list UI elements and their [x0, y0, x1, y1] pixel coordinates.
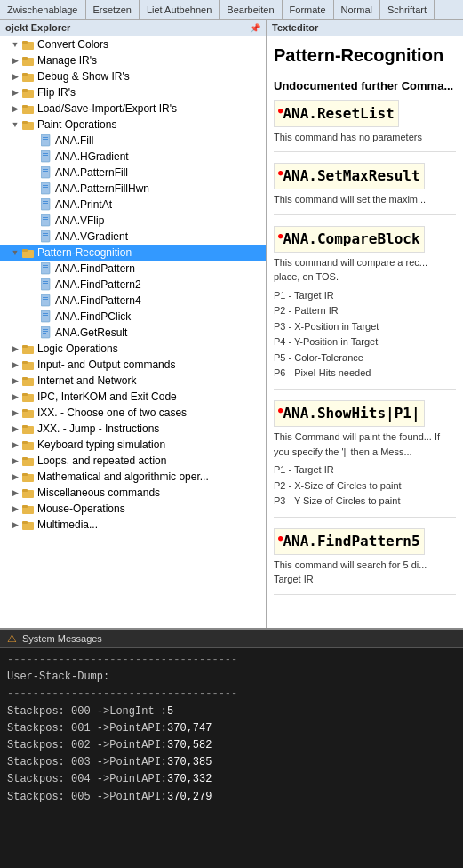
ana-getresult-expander[interactable]	[27, 326, 39, 339]
toolbar-ersetzen[interactable]: Ersetzen	[86, 0, 140, 19]
ana-fill-expander[interactable]	[27, 134, 39, 147]
tree-item-input-output[interactable]: ▶Input- and Output commands	[0, 357, 266, 373]
input-output-expander[interactable]: ▶	[9, 358, 21, 371]
loops-repeated-expander[interactable]: ▶	[9, 454, 21, 467]
paint-operations-expander[interactable]: ▼	[9, 118, 21, 131]
flip-irs-expander[interactable]: ▶	[9, 86, 21, 99]
ana-patternfillhwn-expander[interactable]	[27, 182, 39, 195]
svg-rect-54	[41, 310, 50, 322]
tree-item-ana-patternfill[interactable]: ANA.PatternFill	[0, 165, 266, 181]
toolbar-schriftart[interactable]: Schriftart	[380, 0, 435, 19]
ana-printat-expander[interactable]	[27, 198, 39, 211]
svg-rect-65	[22, 361, 28, 364]
tree-item-multimedia[interactable]: ▶Multimedia...	[0, 517, 266, 533]
tree-item-ana-findpattern2[interactable]: ANA.FindPattern2	[0, 277, 266, 293]
load-save-expander[interactable]: ▶	[9, 102, 21, 115]
tree-item-mouse-operations[interactable]: ▶Mouse-Operations	[0, 501, 266, 517]
cmd-name-reset-list: ●ANA.ResetList	[274, 100, 456, 130]
convert-colors-expander[interactable]: ▼	[9, 38, 21, 51]
svg-rect-46	[41, 278, 50, 290]
toolbar-normal[interactable]: Normal	[334, 0, 380, 19]
tree-item-ana-fill[interactable]: ANA.Fill	[0, 133, 266, 149]
toolbar-label-2: Liet Autbehnen	[147, 4, 212, 15]
toolbar-zwischenablage[interactable]: Zwischenablage	[0, 0, 86, 19]
tree-item-ana-vgradient[interactable]: ANA.VGradient	[0, 229, 266, 245]
divider-3	[274, 517, 456, 518]
svg-rect-25	[43, 185, 48, 186]
ana-findpattern2-expander[interactable]	[27, 278, 39, 291]
toolbar-bearbeiten[interactable]: Bearbeiten	[220, 0, 282, 19]
ana-findpattern4-expander[interactable]	[27, 294, 39, 307]
paint-operations-label: Paint Operations	[37, 118, 116, 131]
internet-network-expander[interactable]: ▶	[9, 374, 21, 387]
svg-rect-47	[43, 281, 48, 282]
ana-findpclick-expander[interactable]	[27, 310, 39, 323]
tree-item-ipc-interkom[interactable]: ▶IPC, InterKOM and Exit Code	[0, 389, 266, 405]
ana-hgradient-expander[interactable]	[27, 150, 39, 163]
toolbar-liet[interactable]: Liet Autbehnen	[140, 0, 220, 19]
mouse-operations-expander[interactable]: ▶	[9, 502, 21, 515]
svg-rect-17	[43, 153, 48, 154]
tree-item-ana-vflip[interactable]: ANA.VFlip	[0, 213, 266, 229]
tree-item-pattern-recognition[interactable]: ▼Pattern-Recognition	[0, 245, 266, 261]
tree-item-ana-findpattern[interactable]: ANA.FindPattern	[0, 261, 266, 277]
svg-rect-35	[43, 221, 46, 221]
jxx-jump-expander[interactable]: ▶	[9, 422, 21, 435]
console-content[interactable]: ------------------------------------User…	[0, 648, 463, 868]
svg-rect-55	[43, 313, 48, 314]
svg-rect-63	[22, 345, 28, 348]
logic-operations-expander[interactable]: ▶	[9, 342, 21, 355]
tree-area[interactable]: ▼Convert Colors▶Manage IR's▶Debug & Show…	[0, 36, 266, 628]
debug-show-irs-expander[interactable]: ▶	[9, 70, 21, 83]
ana-findpclick-icon	[39, 309, 53, 324]
cmd-block-set-max-result: ●ANA.SetMaxResultThis command will set t…	[274, 163, 456, 215]
tree-item-ana-hgradient[interactable]: ANA.HGradient	[0, 149, 266, 165]
tree-item-ixx-choose[interactable]: ▶IXX. - Choose one of two cases	[0, 405, 266, 421]
ana-patternfill-expander[interactable]	[27, 166, 39, 179]
svg-rect-3	[22, 57, 28, 60]
tree-item-paint-operations[interactable]: ▼Paint Operations	[0, 117, 266, 133]
ana-fill-label: ANA.Fill	[55, 134, 93, 147]
ana-patternfill-icon	[39, 165, 53, 180]
ana-vgradient-expander[interactable]	[27, 230, 39, 243]
mathematical-icon	[21, 470, 36, 484]
mathematical-expander[interactable]: ▶	[9, 470, 21, 483]
tree-item-ana-findpclick[interactable]: ANA.FindPClick	[0, 309, 266, 325]
ana-findpattern-expander[interactable]	[27, 262, 39, 275]
toolbar-label-1: Ersetzen	[93, 4, 132, 15]
ana-findpattern4-label: ANA.FindPattern4	[55, 294, 141, 307]
tree-item-mathematical[interactable]: ▶Mathematical and algorithmic oper...	[0, 469, 266, 485]
svg-rect-38	[43, 235, 48, 236]
tree-item-loops-repeated[interactable]: ▶Loops, and repeated action	[0, 453, 266, 469]
ana-findpattern-label: ANA.FindPattern	[55, 262, 135, 275]
tree-item-ana-patternfillhwn[interactable]: ANA.PatternFillHwn	[0, 181, 266, 197]
miscellaneous-expander[interactable]: ▶	[9, 486, 21, 499]
manage-irs-expander[interactable]: ▶	[9, 54, 21, 67]
tree-item-debug-show-irs[interactable]: ▶Debug & Show IR's	[0, 68, 266, 84]
tree-item-logic-operations[interactable]: ▶Logic Operations	[0, 341, 266, 357]
svg-rect-16	[41, 150, 50, 162]
tree-item-miscellaneous[interactable]: ▶Miscellaneous commands	[0, 485, 266, 501]
multimedia-expander[interactable]: ▶	[9, 518, 21, 531]
tree-item-internet-network[interactable]: ▶Internet and Network	[0, 373, 266, 389]
cmd-desc-compare-block: This command will compare a rec... place…	[274, 255, 456, 285]
tree-item-ana-printat[interactable]: ANA.PrintAt	[0, 197, 266, 213]
ana-vflip-expander[interactable]	[27, 214, 39, 227]
tree-item-jxx-jump[interactable]: ▶JXX. - Jump - Instructions	[0, 421, 266, 437]
tree-item-keyboard-typing[interactable]: ▶Keyboard typing simulation	[0, 437, 266, 453]
editor-title-label: Texteditor	[272, 22, 318, 33]
cmd-name-compare-block: ●ANA.CompareBlock	[274, 226, 456, 255]
svg-rect-5	[22, 73, 28, 76]
ipc-interkom-expander[interactable]: ▶	[9, 390, 21, 403]
tree-item-ana-getresult[interactable]: ANA.GetResult	[0, 325, 266, 341]
tree-item-ana-findpattern4[interactable]: ANA.FindPattern4	[0, 293, 266, 309]
keyboard-typing-expander[interactable]: ▶	[9, 438, 21, 451]
tree-item-load-save[interactable]: ▶Load/Save-Import/Export IR's	[0, 100, 266, 117]
svg-rect-43	[43, 265, 48, 266]
tree-item-flip-irs[interactable]: ▶Flip IR's	[0, 84, 266, 100]
toolbar-formate[interactable]: Formate	[283, 0, 334, 19]
pattern-recognition-expander[interactable]: ▼	[9, 246, 21, 259]
tree-item-convert-colors[interactable]: ▼Convert Colors	[0, 36, 266, 52]
ixx-choose-expander[interactable]: ▶	[9, 406, 21, 419]
tree-item-manage-irs[interactable]: ▶Manage IR's	[0, 52, 266, 68]
